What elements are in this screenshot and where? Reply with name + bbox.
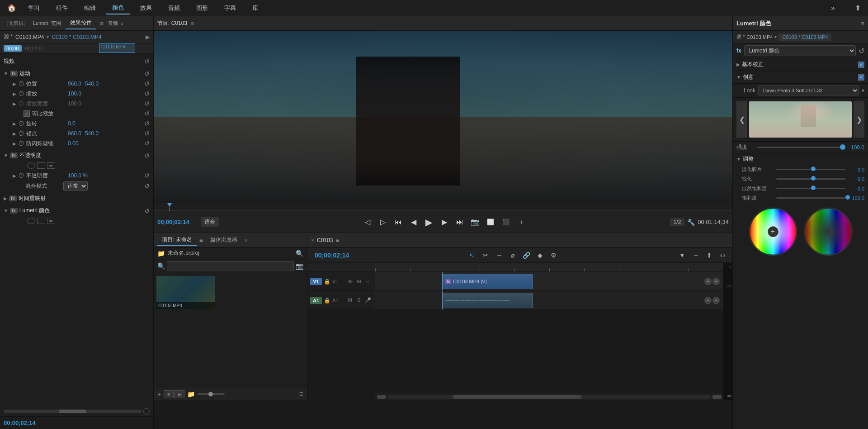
adjustment-toggle[interactable]: ▼ [736, 157, 741, 162]
pen-tool[interactable]: ✏ [47, 162, 55, 169]
position-x-value[interactable]: 960.0 [68, 81, 81, 87]
v1-sync-btn[interactable]: ↔ [364, 279, 372, 284]
new-item-btn[interactable]: + [157, 391, 161, 398]
list-view-btn[interactable]: ≡ [164, 390, 174, 398]
timeline-menu-btn[interactable]: ≡ [335, 237, 339, 244]
go-to-out-btn[interactable]: ⏭ [453, 216, 466, 229]
rotation-toggle[interactable]: ▶ [13, 121, 16, 126]
lumetri-clip-tab[interactable]: C0103 * C0103.MP4 [778, 33, 831, 41]
timeline-scroll-track[interactable] [388, 395, 711, 399]
vibrance-value[interactable]: 0.0 [848, 186, 864, 191]
intensity-slider[interactable] [757, 147, 845, 148]
scroll-end-btn[interactable] [143, 408, 150, 415]
sharpen-thumb[interactable] [811, 176, 816, 181]
position-reset[interactable]: ↺ [144, 80, 150, 87]
anchor-y-value[interactable]: 540.0 [85, 130, 99, 137]
look-dropdown-arrow[interactable]: ▾ [862, 87, 864, 94]
fade-film-slider[interactable] [776, 169, 845, 170]
project-bottom-menu[interactable]: ≡ [299, 390, 303, 398]
panel-more-icon[interactable]: » [121, 20, 124, 27]
flicker-toggle[interactable]: ▶ [13, 141, 16, 146]
sequence-name[interactable]: C0103 [317, 237, 333, 243]
opacity-expand-toggle[interactable]: ▶ [13, 173, 16, 178]
scale-anim-icon[interactable]: ⏱ [18, 90, 24, 97]
shadows-wheel-center[interactable]: + [768, 226, 778, 237]
blend-reset[interactable]: ↺ [144, 182, 150, 190]
lumetri-reset-btn[interactable]: ↺ [859, 47, 864, 55]
select-tool-btn[interactable]: ↖ [466, 249, 478, 261]
saturation-thumb[interactable] [845, 195, 850, 200]
h-scrollbar-thumb[interactable] [59, 410, 86, 413]
lumetri-pen-tool[interactable]: ✏ [47, 218, 55, 224]
anchor-anim[interactable]: ⏱ [18, 130, 24, 137]
project-search-icon[interactable]: 🔍 [296, 250, 303, 257]
play-btn[interactable]: ▶ [423, 216, 435, 229]
look-dropdown[interactable]: Dawn Photo 3 Soft-LUT-32 [758, 86, 859, 95]
highlights-color-wheel[interactable] [803, 207, 853, 257]
v1-track-name-edit[interactable]: V1 [332, 279, 338, 284]
timeline-close-btn[interactable]: × [311, 237, 314, 243]
adjustment-header[interactable]: ▼ 调整 [733, 153, 868, 165]
vibrance-slider[interactable] [776, 188, 845, 189]
position-y-value[interactable]: 540.0 [85, 81, 99, 87]
v1-lock-btn[interactable]: 🔒 [324, 278, 330, 285]
rotation-reset[interactable]: ↺ [144, 120, 150, 127]
step-fwd-btn[interactable]: ▶ [438, 216, 451, 229]
lumetri-effect-reset[interactable]: ↺ [144, 207, 150, 214]
clip-name[interactable]: C0103 * C0103.MP4 [52, 34, 101, 40]
creative-toggle[interactable]: ▼ [736, 75, 741, 80]
link-btn[interactable]: 🔗 [520, 249, 532, 261]
home-button[interactable]: 🏠 [5, 2, 18, 14]
search-input[interactable] [167, 261, 294, 271]
creative-section[interactable]: ▼ 创意 ✓ [733, 71, 868, 84]
go-to-next-btn[interactable]: → [690, 249, 702, 261]
lumetri-scope-tab[interactable]: Lumetri 范围 [33, 20, 61, 27]
proportional-reset[interactable]: ↺ [144, 110, 150, 117]
playback-ruler[interactable] [154, 203, 732, 211]
lut-prev-btn[interactable]: ❮ [736, 101, 747, 138]
lumetri-panel-menu[interactable]: ≡ [861, 20, 864, 27]
fade-film-value[interactable]: 0.0 [848, 167, 864, 172]
overwrite-btn[interactable]: ⬛ [500, 216, 512, 229]
menu-item-library[interactable]: 库 [246, 2, 264, 14]
ellipse-tool[interactable] [27, 162, 35, 169]
scroll-home-btn[interactable] [377, 395, 386, 399]
playback-timecode[interactable]: 00;00;02;14 [157, 219, 198, 225]
menu-item-color[interactable]: 颜色 [106, 2, 130, 14]
opacity-value[interactable]: 100.0 % [68, 172, 88, 179]
mini-slider-thumb[interactable] [208, 392, 213, 396]
extract-btn[interactable]: ⬆ [703, 249, 715, 261]
intensity-value[interactable]: 100.0 [848, 144, 864, 151]
opacity-reset[interactable]: ↺ [144, 172, 150, 179]
basic-correction-toggle[interactable]: ▶ [736, 62, 740, 67]
anchor-x-value[interactable]: 960.0 [68, 130, 81, 137]
lut-next-btn[interactable]: ❯ [854, 101, 864, 138]
sharpen-slider[interactable] [776, 178, 845, 180]
opacity-group-header[interactable]: ▼ fx 不透明度 ↺ [0, 150, 153, 161]
timeline-timecode[interactable]: 00;00;02;14 [315, 252, 349, 259]
scale-width-anim[interactable]: ⏱ [18, 100, 24, 107]
motion-group-header[interactable]: ▼ fx 运动 ↺ [0, 68, 153, 79]
menu-item-edit[interactable]: 编辑 [78, 2, 102, 14]
project-menu-icon[interactable]: ≡ [199, 237, 203, 244]
rect-tool[interactable] [37, 162, 45, 169]
effect-controls-tab[interactable]: 效果控件 [66, 17, 96, 29]
menu-item-assembly[interactable]: 组件 [50, 2, 74, 14]
video-clip-block[interactable]: fx C0103.MP4 [V] [442, 274, 533, 289]
razor-tool-btn[interactable]: ✂ [480, 249, 491, 261]
position-toggle[interactable]: ▶ [13, 81, 16, 86]
a1-mic-btn[interactable]: 🎤 [364, 297, 372, 303]
proportional-checkbox[interactable]: ✓ [24, 110, 30, 117]
v1-mute-btn[interactable]: M [355, 279, 363, 284]
effect-controls-menu-icon[interactable]: ≡ [100, 20, 104, 27]
timeline-ruler[interactable] [375, 263, 723, 272]
camera-search-icon[interactable]: 📷 [296, 262, 303, 270]
position-anim-icon[interactable]: ⏱ [18, 80, 24, 87]
playback-timeline-row[interactable] [154, 203, 732, 211]
intensity-thumb[interactable] [840, 144, 845, 150]
v1-eye-btn[interactable]: 👁 [346, 279, 354, 284]
scale-width-reset[interactable]: ↺ [144, 100, 150, 107]
play-source-btn[interactable]: ▶ [146, 34, 150, 40]
saturation-value[interactable]: 100.0 [848, 195, 864, 201]
a1-lock-btn[interactable]: 🔒 [324, 297, 330, 304]
